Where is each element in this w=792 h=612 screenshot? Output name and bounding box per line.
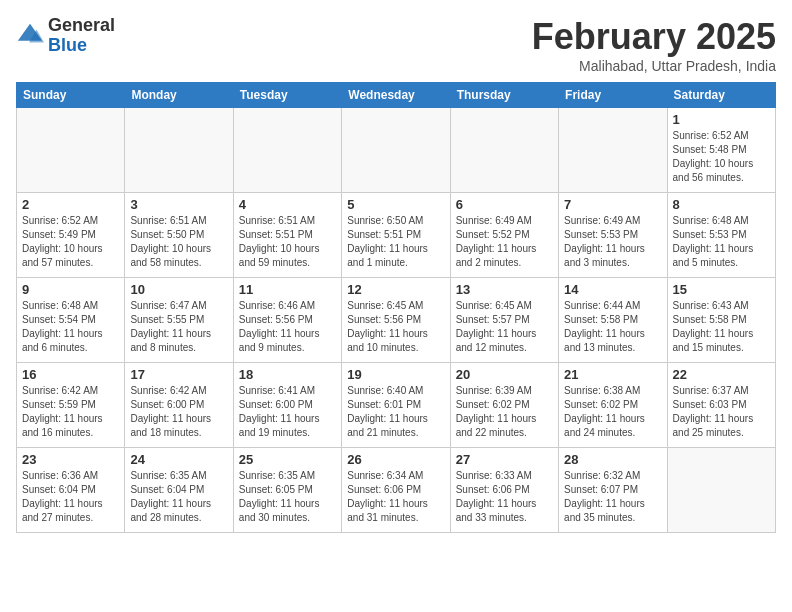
weekday-header-tuesday: Tuesday <box>233 83 341 108</box>
day-info: Sunrise: 6:51 AM Sunset: 5:50 PM Dayligh… <box>130 214 227 270</box>
week-row-2: 9Sunrise: 6:48 AM Sunset: 5:54 PM Daylig… <box>17 278 776 363</box>
weekday-header-wednesday: Wednesday <box>342 83 450 108</box>
week-row-0: 1Sunrise: 6:52 AM Sunset: 5:48 PM Daylig… <box>17 108 776 193</box>
day-number: 28 <box>564 452 661 467</box>
day-number: 19 <box>347 367 444 382</box>
day-info: Sunrise: 6:42 AM Sunset: 5:59 PM Dayligh… <box>22 384 119 440</box>
day-info: Sunrise: 6:32 AM Sunset: 6:07 PM Dayligh… <box>564 469 661 525</box>
day-number: 27 <box>456 452 553 467</box>
calendar-cell: 2Sunrise: 6:52 AM Sunset: 5:49 PM Daylig… <box>17 193 125 278</box>
calendar-cell: 28Sunrise: 6:32 AM Sunset: 6:07 PM Dayli… <box>559 448 667 533</box>
day-info: Sunrise: 6:42 AM Sunset: 6:00 PM Dayligh… <box>130 384 227 440</box>
day-number: 22 <box>673 367 770 382</box>
calendar-cell: 19Sunrise: 6:40 AM Sunset: 6:01 PM Dayli… <box>342 363 450 448</box>
day-info: Sunrise: 6:51 AM Sunset: 5:51 PM Dayligh… <box>239 214 336 270</box>
calendar-cell <box>342 108 450 193</box>
logo-icon <box>16 22 44 50</box>
logo-text: General Blue <box>48 16 115 56</box>
logo-blue-text: Blue <box>48 35 87 55</box>
calendar-cell: 27Sunrise: 6:33 AM Sunset: 6:06 PM Dayli… <box>450 448 558 533</box>
calendar-cell: 14Sunrise: 6:44 AM Sunset: 5:58 PM Dayli… <box>559 278 667 363</box>
day-info: Sunrise: 6:43 AM Sunset: 5:58 PM Dayligh… <box>673 299 770 355</box>
title-block: February 2025 Malihabad, Uttar Pradesh, … <box>532 16 776 74</box>
calendar-cell: 4Sunrise: 6:51 AM Sunset: 5:51 PM Daylig… <box>233 193 341 278</box>
day-info: Sunrise: 6:37 AM Sunset: 6:03 PM Dayligh… <box>673 384 770 440</box>
day-number: 26 <box>347 452 444 467</box>
calendar-cell <box>559 108 667 193</box>
day-number: 10 <box>130 282 227 297</box>
calendar-header-row: SundayMondayTuesdayWednesdayThursdayFrid… <box>17 83 776 108</box>
day-info: Sunrise: 6:44 AM Sunset: 5:58 PM Dayligh… <box>564 299 661 355</box>
calendar-cell: 1Sunrise: 6:52 AM Sunset: 5:48 PM Daylig… <box>667 108 775 193</box>
calendar-cell <box>450 108 558 193</box>
day-number: 12 <box>347 282 444 297</box>
calendar-cell: 26Sunrise: 6:34 AM Sunset: 6:06 PM Dayli… <box>342 448 450 533</box>
calendar-cell: 13Sunrise: 6:45 AM Sunset: 5:57 PM Dayli… <box>450 278 558 363</box>
calendar-cell: 23Sunrise: 6:36 AM Sunset: 6:04 PM Dayli… <box>17 448 125 533</box>
day-number: 9 <box>22 282 119 297</box>
weekday-header-saturday: Saturday <box>667 83 775 108</box>
day-info: Sunrise: 6:36 AM Sunset: 6:04 PM Dayligh… <box>22 469 119 525</box>
calendar-cell: 21Sunrise: 6:38 AM Sunset: 6:02 PM Dayli… <box>559 363 667 448</box>
calendar-cell: 11Sunrise: 6:46 AM Sunset: 5:56 PM Dayli… <box>233 278 341 363</box>
day-number: 6 <box>456 197 553 212</box>
day-info: Sunrise: 6:50 AM Sunset: 5:51 PM Dayligh… <box>347 214 444 270</box>
calendar-cell: 3Sunrise: 6:51 AM Sunset: 5:50 PM Daylig… <box>125 193 233 278</box>
page-header: General Blue February 2025 Malihabad, Ut… <box>16 16 776 74</box>
day-info: Sunrise: 6:49 AM Sunset: 5:53 PM Dayligh… <box>564 214 661 270</box>
calendar-cell: 12Sunrise: 6:45 AM Sunset: 5:56 PM Dayli… <box>342 278 450 363</box>
calendar-cell: 17Sunrise: 6:42 AM Sunset: 6:00 PM Dayli… <box>125 363 233 448</box>
day-number: 14 <box>564 282 661 297</box>
day-info: Sunrise: 6:33 AM Sunset: 6:06 PM Dayligh… <box>456 469 553 525</box>
day-number: 4 <box>239 197 336 212</box>
week-row-4: 23Sunrise: 6:36 AM Sunset: 6:04 PM Dayli… <box>17 448 776 533</box>
calendar-cell: 15Sunrise: 6:43 AM Sunset: 5:58 PM Dayli… <box>667 278 775 363</box>
weekday-header-friday: Friday <box>559 83 667 108</box>
month-title: February 2025 <box>532 16 776 58</box>
calendar-cell: 25Sunrise: 6:35 AM Sunset: 6:05 PM Dayli… <box>233 448 341 533</box>
calendar-cell <box>17 108 125 193</box>
calendar-cell: 24Sunrise: 6:35 AM Sunset: 6:04 PM Dayli… <box>125 448 233 533</box>
day-info: Sunrise: 6:52 AM Sunset: 5:49 PM Dayligh… <box>22 214 119 270</box>
calendar-cell: 9Sunrise: 6:48 AM Sunset: 5:54 PM Daylig… <box>17 278 125 363</box>
day-info: Sunrise: 6:48 AM Sunset: 5:54 PM Dayligh… <box>22 299 119 355</box>
day-number: 25 <box>239 452 336 467</box>
day-number: 7 <box>564 197 661 212</box>
day-info: Sunrise: 6:35 AM Sunset: 6:05 PM Dayligh… <box>239 469 336 525</box>
day-info: Sunrise: 6:49 AM Sunset: 5:52 PM Dayligh… <box>456 214 553 270</box>
day-number: 3 <box>130 197 227 212</box>
week-row-3: 16Sunrise: 6:42 AM Sunset: 5:59 PM Dayli… <box>17 363 776 448</box>
day-number: 16 <box>22 367 119 382</box>
day-number: 17 <box>130 367 227 382</box>
day-number: 24 <box>130 452 227 467</box>
day-number: 23 <box>22 452 119 467</box>
day-info: Sunrise: 6:47 AM Sunset: 5:55 PM Dayligh… <box>130 299 227 355</box>
calendar-cell <box>125 108 233 193</box>
calendar-cell: 20Sunrise: 6:39 AM Sunset: 6:02 PM Dayli… <box>450 363 558 448</box>
day-number: 8 <box>673 197 770 212</box>
day-info: Sunrise: 6:39 AM Sunset: 6:02 PM Dayligh… <box>456 384 553 440</box>
calendar-cell: 6Sunrise: 6:49 AM Sunset: 5:52 PM Daylig… <box>450 193 558 278</box>
day-info: Sunrise: 6:38 AM Sunset: 6:02 PM Dayligh… <box>564 384 661 440</box>
location-text: Malihabad, Uttar Pradesh, India <box>532 58 776 74</box>
day-info: Sunrise: 6:34 AM Sunset: 6:06 PM Dayligh… <box>347 469 444 525</box>
calendar-cell: 7Sunrise: 6:49 AM Sunset: 5:53 PM Daylig… <box>559 193 667 278</box>
day-number: 15 <box>673 282 770 297</box>
day-info: Sunrise: 6:48 AM Sunset: 5:53 PM Dayligh… <box>673 214 770 270</box>
calendar-table: SundayMondayTuesdayWednesdayThursdayFrid… <box>16 82 776 533</box>
logo-general-text: General <box>48 15 115 35</box>
day-info: Sunrise: 6:52 AM Sunset: 5:48 PM Dayligh… <box>673 129 770 185</box>
day-info: Sunrise: 6:35 AM Sunset: 6:04 PM Dayligh… <box>130 469 227 525</box>
calendar-cell <box>667 448 775 533</box>
weekday-header-monday: Monday <box>125 83 233 108</box>
day-info: Sunrise: 6:45 AM Sunset: 5:56 PM Dayligh… <box>347 299 444 355</box>
day-number: 13 <box>456 282 553 297</box>
day-number: 21 <box>564 367 661 382</box>
day-number: 2 <box>22 197 119 212</box>
calendar-cell: 16Sunrise: 6:42 AM Sunset: 5:59 PM Dayli… <box>17 363 125 448</box>
calendar-cell: 5Sunrise: 6:50 AM Sunset: 5:51 PM Daylig… <box>342 193 450 278</box>
calendar-cell: 8Sunrise: 6:48 AM Sunset: 5:53 PM Daylig… <box>667 193 775 278</box>
day-info: Sunrise: 6:45 AM Sunset: 5:57 PM Dayligh… <box>456 299 553 355</box>
day-info: Sunrise: 6:41 AM Sunset: 6:00 PM Dayligh… <box>239 384 336 440</box>
weekday-header-thursday: Thursday <box>450 83 558 108</box>
